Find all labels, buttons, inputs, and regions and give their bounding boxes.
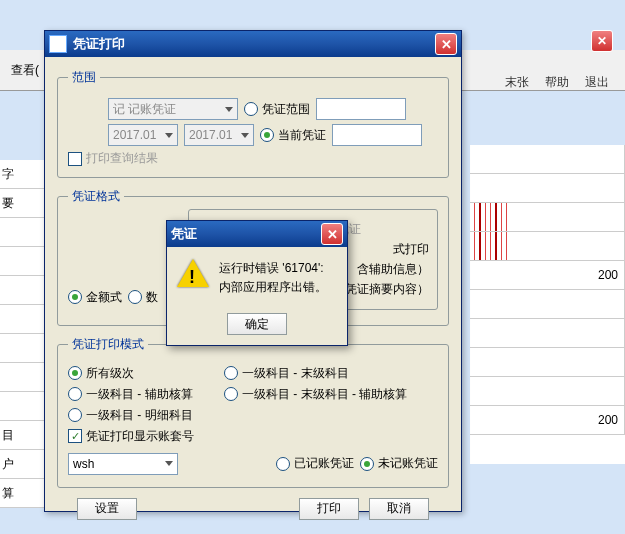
range-input[interactable] [316, 98, 406, 120]
error-title: 凭证 [171, 225, 197, 243]
mode-l1-last-label: 一级科目 - 末级科目 [242, 365, 349, 382]
mode-legend: 凭证打印模式 [68, 336, 148, 353]
scope-group: 范围 记 记账凭证 凭证范围 2017.01 2017.01 [57, 69, 449, 178]
scope-legend: 范围 [68, 69, 100, 86]
mode-l1-aux-label: 一级科目 - 辅助核算 [86, 386, 193, 403]
bg-left-hu: 户 [0, 450, 46, 479]
count-radio[interactable]: 数 [128, 289, 158, 306]
dialog-titlebar: 凭证打印 ✕ [45, 31, 461, 57]
bg-left-panel: 字 要 目 户 算 [0, 160, 46, 508]
bg-view: 查看( [5, 58, 45, 83]
mode-l1-detail[interactable]: 一级科目 - 明细科目 [68, 407, 193, 424]
scope-range-radio[interactable]: 凭证范围 [244, 101, 310, 118]
bg-left-yao: 要 [0, 189, 46, 218]
style-print-label: 式打印 [393, 241, 429, 258]
bg-left-zi: 字 [0, 160, 46, 189]
dialog-title: 凭证打印 [73, 35, 125, 53]
date-from-combo[interactable]: 2017.01 [108, 124, 178, 146]
bg-left-empty [0, 247, 46, 276]
error-titlebar: 凭证 ✕ [167, 221, 347, 247]
chevron-down-icon [165, 133, 173, 138]
bg-exit[interactable]: 退出 [579, 70, 615, 95]
bg-grid-val: 200 [470, 406, 625, 434]
amount-radio[interactable]: 金额式 [68, 289, 122, 306]
unposted-label: 未记账凭证 [378, 455, 438, 472]
bg-left-empty [0, 218, 46, 247]
bg-grid-val: 200 [470, 261, 625, 289]
bg-help[interactable]: 帮助 [539, 70, 575, 95]
close-icon[interactable]: ✕ [435, 33, 457, 55]
print-button[interactable]: 打印 [299, 498, 359, 520]
show-set-label: 凭证打印显示账套号 [86, 428, 194, 445]
voucher-type-combo[interactable]: 记 记账凭证 [108, 98, 238, 120]
bg-left-suan: 算 [0, 479, 46, 508]
user-combo[interactable]: wsh [68, 453, 178, 475]
print-query-label: 打印查询结果 [86, 150, 158, 167]
bg-toolbar-right: 末张 帮助 退出 [499, 70, 615, 95]
scope-current-radio[interactable]: 当前凭证 [260, 127, 326, 144]
mode-l1-last-aux-label: 一级科目 - 末级科目 - 辅助核算 [242, 386, 407, 403]
posted-label: 已记账凭证 [294, 455, 354, 472]
bg-left-mu: 目 [0, 421, 46, 450]
bg-left-empty [0, 363, 46, 392]
mode-l1-detail-label: 一级科目 - 明细科目 [86, 407, 193, 424]
error-close-icon[interactable]: ✕ [321, 223, 343, 245]
scope-current-label: 当前凭证 [278, 127, 326, 144]
cancel-button[interactable]: 取消 [369, 498, 429, 520]
mode-group: 凭证打印模式 所有级次 一级科目 - 末级科目 一级科目 - 辅助核算 一级科目… [57, 336, 449, 488]
mode-all-level[interactable]: 所有级次 [68, 365, 218, 382]
date-to-value: 2017.01 [189, 128, 232, 142]
date-to-combo[interactable]: 2017.01 [184, 124, 254, 146]
print-query-check[interactable]: 打印查询结果 [68, 150, 158, 167]
user-value: wsh [73, 457, 94, 471]
bg-left-empty [0, 334, 46, 363]
error-line1: 运行时错误 '61704': [219, 259, 327, 278]
bg-left-empty [0, 276, 46, 305]
scope-range-label: 凭证范围 [262, 101, 310, 118]
show-set-check[interactable]: ✓ 凭证打印显示账套号 [68, 428, 194, 445]
dialog-icon [49, 35, 67, 53]
mode-l1-last-aux[interactable]: 一级科目 - 末级科目 - 辅助核算 [224, 386, 407, 403]
mode-all-label: 所有级次 [86, 365, 134, 382]
bg-left-empty [0, 305, 46, 334]
current-input[interactable] [332, 124, 422, 146]
chevron-down-icon [165, 461, 173, 466]
aux-info-label: 含辅助信息） [357, 261, 429, 278]
settings-button[interactable]: 设置 [77, 498, 137, 520]
mode-l1-aux[interactable]: 一级科目 - 辅助核算 [68, 386, 218, 403]
bg-window-close-icon[interactable]: ✕ [591, 30, 613, 52]
error-line2: 内部应用程序出错。 [219, 278, 327, 297]
error-dialog: 凭证 ✕ 运行时错误 '61704': 内部应用程序出错。 确定 [166, 220, 348, 346]
bg-last[interactable]: 末张 [499, 70, 535, 95]
date-from-value: 2017.01 [113, 128, 156, 142]
posted-radio[interactable]: 已记账凭证 [276, 455, 354, 472]
format-legend: 凭证格式 [68, 188, 124, 205]
error-text: 运行时错误 '61704': 内部应用程序出错。 [219, 259, 327, 297]
warning-icon [177, 259, 209, 291]
bg-left-empty [0, 392, 46, 421]
bg-grid: 200 200 [470, 145, 625, 464]
count-label: 数 [146, 289, 158, 306]
chevron-down-icon [241, 133, 249, 138]
summary-label: 凭证摘要内容） [345, 281, 429, 298]
chevron-down-icon [225, 107, 233, 112]
error-ok-button[interactable]: 确定 [227, 313, 287, 335]
mode-l1-last[interactable]: 一级科目 - 末级科目 [224, 365, 349, 382]
voucher-type-value: 记 记账凭证 [113, 101, 176, 118]
unposted-radio[interactable]: 未记账凭证 [360, 455, 438, 472]
amount-label: 金额式 [86, 289, 122, 306]
